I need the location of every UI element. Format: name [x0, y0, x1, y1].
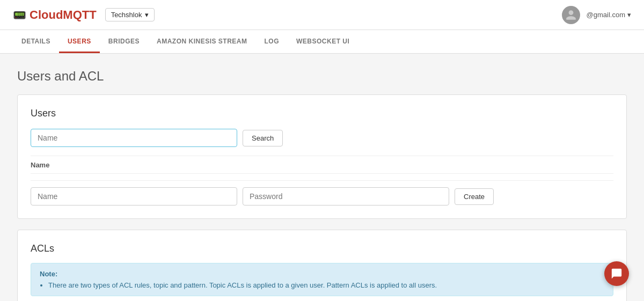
- nav-bar: DETAILS USERS BRIDGES AMAZON KINESIS STR…: [0, 30, 644, 54]
- tab-details[interactable]: DETAILS: [13, 30, 59, 53]
- tab-websocket-ui[interactable]: WEBSOCKET UI: [288, 30, 358, 53]
- header-right: @gmail.com ▾: [562, 6, 631, 24]
- password-input[interactable]: [243, 187, 449, 205]
- page-content: Users and ACL Users Search Name Create A…: [0, 54, 644, 301]
- tab-amazon-kinesis[interactable]: AMAZON KINESIS STREAM: [148, 30, 256, 53]
- acl-card: ACLs Note: There are two types of ACL ru…: [17, 230, 627, 301]
- note-label: Note:: [40, 270, 604, 278]
- create-row: Create: [31, 187, 613, 205]
- instance-selector[interactable]: Techshlok ▾: [105, 8, 155, 21]
- col-name: Name: [31, 161, 49, 169]
- chat-bubble-button[interactable]: [604, 261, 629, 286]
- header-left: 📟 CloudMQTT Techshlok ▾: [13, 8, 155, 22]
- dropdown-arrow-icon: ▾: [145, 11, 149, 19]
- table-header: Name: [31, 156, 613, 174]
- acl-card-title: ACLs: [31, 243, 613, 254]
- tab-log[interactable]: LOG: [256, 30, 288, 53]
- create-button[interactable]: Create: [455, 188, 494, 205]
- page-title: Users and ACL: [17, 69, 627, 84]
- email-dropdown-icon: ▾: [627, 11, 631, 19]
- users-card: Users Search Name Create: [17, 94, 627, 219]
- logo-icon: 📟: [13, 9, 26, 21]
- header: 📟 CloudMQTT Techshlok ▾ @gmail.com ▾: [0, 0, 644, 30]
- search-row: Search: [31, 129, 613, 147]
- users-card-title: Users: [31, 108, 613, 119]
- user-email[interactable]: @gmail.com ▾: [587, 11, 631, 19]
- avatar: [562, 6, 580, 24]
- note-box: Note: There are two types of ACL rules, …: [31, 263, 613, 296]
- search-button[interactable]: Search: [243, 130, 283, 146]
- divider: [31, 180, 613, 181]
- name-input[interactable]: [31, 187, 237, 205]
- search-input[interactable]: [31, 129, 237, 147]
- logo-text: CloudMQTT: [30, 8, 97, 22]
- note-text: There are two types of ACL rules, topic …: [40, 281, 604, 289]
- logo: 📟 CloudMQTT: [13, 8, 97, 22]
- tab-bridges[interactable]: BRIDGES: [100, 30, 148, 53]
- tab-users[interactable]: USERS: [59, 30, 100, 53]
